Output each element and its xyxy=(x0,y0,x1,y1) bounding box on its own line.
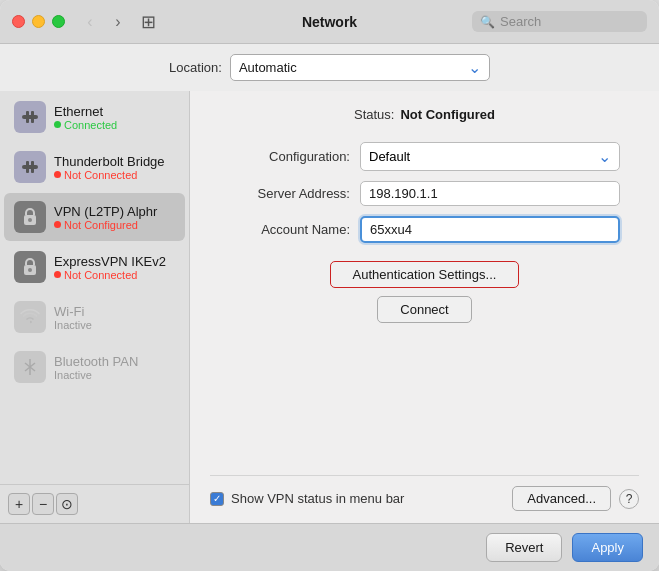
svg-rect-6 xyxy=(26,161,29,166)
net-item-icon-vpn-l2tp xyxy=(14,201,46,233)
net-item-info-vpn-l2tp: VPN (L2TP) AlphrNot Configured xyxy=(54,204,157,231)
add-network-button[interactable]: + xyxy=(8,493,30,515)
search-placeholder: Search xyxy=(500,14,541,29)
configuration-select[interactable]: Default ⌄ xyxy=(360,142,620,171)
net-item-status-bluetooth: Inactive xyxy=(54,369,138,381)
minimize-button[interactable] xyxy=(32,15,45,28)
connect-button[interactable]: Connect xyxy=(377,296,471,323)
status-text-vpn-l2tp: Not Configured xyxy=(64,219,138,231)
form-area: Configuration: Default ⌄ Server Address:… xyxy=(210,142,639,243)
net-item-icon-wifi xyxy=(14,301,46,333)
net-item-name-bluetooth: Bluetooth PAN xyxy=(54,354,138,369)
net-item-info-ethernet: EthernetConnected xyxy=(54,104,117,131)
status-label: Status: xyxy=(354,107,394,122)
location-value: Automatic xyxy=(239,60,297,75)
sidebar-item-wifi[interactable]: Wi-FiInactive xyxy=(4,293,185,341)
window-title: Network xyxy=(302,14,357,30)
net-item-status-wifi: Inactive xyxy=(54,319,92,331)
search-icon: 🔍 xyxy=(480,15,495,29)
server-address-label: Server Address: xyxy=(210,186,350,201)
window: ‹ › ⊞ Network 🔍 Search Location: Automat… xyxy=(0,0,659,571)
sidebar-item-thunderbolt[interactable]: Thunderbolt BridgeNot Connected xyxy=(4,143,185,191)
server-address-input[interactable] xyxy=(360,181,620,206)
bottom-area: ✓ Show VPN status in menu bar Advanced..… xyxy=(210,475,639,523)
account-name-row: Account Name: xyxy=(210,216,639,243)
maximize-button[interactable] xyxy=(52,15,65,28)
net-item-info-thunderbolt: Thunderbolt BridgeNot Connected xyxy=(54,154,165,181)
remove-network-button[interactable]: − xyxy=(32,493,54,515)
traffic-lights xyxy=(12,15,65,28)
net-item-name-ethernet: Ethernet xyxy=(54,104,117,119)
location-select[interactable]: Automatic ⌄ xyxy=(230,54,490,81)
sidebar-list: EthernetConnected Thunderbolt BridgeNot … xyxy=(0,91,189,393)
net-item-info-bluetooth: Bluetooth PANInactive xyxy=(54,354,138,381)
status-dot-thunderbolt xyxy=(54,171,61,178)
network-menu-button[interactable]: ⊙ xyxy=(56,493,78,515)
account-name-input[interactable] xyxy=(360,216,620,243)
net-item-status-expressvpn: Not Connected xyxy=(54,269,166,281)
sidebar-item-bluetooth[interactable]: Bluetooth PANInactive xyxy=(4,343,185,391)
status-dot-ethernet xyxy=(54,121,61,128)
status-text-bluetooth: Inactive xyxy=(54,369,92,381)
main-content: EthernetConnected Thunderbolt BridgeNot … xyxy=(0,91,659,523)
net-item-status-vpn-l2tp: Not Configured xyxy=(54,219,157,231)
net-item-info-expressvpn: ExpressVPN IKEv2Not Connected xyxy=(54,254,166,281)
net-item-icon-thunderbolt xyxy=(14,151,46,183)
bottom-right-buttons: Advanced... ? xyxy=(512,486,639,511)
revert-button[interactable]: Revert xyxy=(486,533,562,562)
configuration-value: Default xyxy=(369,149,410,164)
net-item-status-thunderbolt: Not Connected xyxy=(54,169,165,181)
configuration-dropdown-arrow: ⌄ xyxy=(598,147,611,166)
net-item-status-ethernet: Connected xyxy=(54,119,117,131)
back-button[interactable]: ‹ xyxy=(79,11,101,33)
status-dot-expressvpn xyxy=(54,271,61,278)
net-item-icon-expressvpn xyxy=(14,251,46,283)
help-button[interactable]: ? xyxy=(619,489,639,509)
status-value: Not Configured xyxy=(400,107,495,122)
grid-icon: ⊞ xyxy=(141,11,156,33)
search-bar[interactable]: 🔍 Search xyxy=(472,11,647,32)
net-item-info-wifi: Wi-FiInactive xyxy=(54,304,92,331)
svg-rect-8 xyxy=(26,168,29,173)
content-panel: Status: Not Configured Configuration: De… xyxy=(190,91,659,523)
advanced-button[interactable]: Advanced... xyxy=(512,486,611,511)
configuration-label: Configuration: xyxy=(210,149,350,164)
svg-rect-5 xyxy=(22,165,38,169)
window-footer: Revert Apply xyxy=(0,523,659,571)
configuration-row: Configuration: Default ⌄ xyxy=(210,142,639,171)
sidebar-footer: + − ⊙ xyxy=(0,484,189,523)
status-row: Status: Not Configured xyxy=(210,107,639,122)
svg-rect-4 xyxy=(31,118,34,123)
svg-rect-3 xyxy=(26,118,29,123)
sidebar-item-ethernet[interactable]: EthernetConnected xyxy=(4,93,185,141)
sidebar: EthernetConnected Thunderbolt BridgeNot … xyxy=(0,91,190,523)
titlebar: ‹ › ⊞ Network 🔍 Search xyxy=(0,0,659,44)
show-vpn-row: ✓ Show VPN status in menu bar xyxy=(210,491,404,506)
svg-rect-2 xyxy=(31,111,34,116)
server-address-row: Server Address: xyxy=(210,181,639,206)
net-item-name-vpn-l2tp: VPN (L2TP) Alphr xyxy=(54,204,157,219)
location-bar: Location: Automatic ⌄ xyxy=(0,44,659,91)
close-button[interactable] xyxy=(12,15,25,28)
status-text-expressvpn: Not Connected xyxy=(64,269,137,281)
location-label: Location: xyxy=(169,60,222,75)
forward-button[interactable]: › xyxy=(107,11,129,33)
svg-point-13 xyxy=(28,268,32,272)
show-vpn-checkbox[interactable]: ✓ xyxy=(210,492,224,506)
account-name-label: Account Name: xyxy=(210,222,350,237)
sidebar-item-expressvpn[interactable]: ExpressVPN IKEv2Not Connected xyxy=(4,243,185,291)
svg-rect-1 xyxy=(26,111,29,116)
auth-settings-button[interactable]: Authentication Settings... xyxy=(330,261,520,288)
net-item-name-expressvpn: ExpressVPN IKEv2 xyxy=(54,254,166,269)
status-text-wifi: Inactive xyxy=(54,319,92,331)
net-item-name-thunderbolt: Thunderbolt Bridge xyxy=(54,154,165,169)
apply-button[interactable]: Apply xyxy=(572,533,643,562)
sidebar-item-vpn-l2tp[interactable]: VPN (L2TP) AlphrNot Configured xyxy=(4,193,185,241)
svg-rect-9 xyxy=(31,168,34,173)
status-text-thunderbolt: Not Connected xyxy=(64,169,137,181)
nav-buttons: ‹ › xyxy=(79,11,129,33)
buttons-area: Authentication Settings... Connect xyxy=(210,261,639,323)
location-dropdown-arrow: ⌄ xyxy=(468,58,481,77)
status-dot-vpn-l2tp xyxy=(54,221,61,228)
svg-point-11 xyxy=(28,218,32,222)
